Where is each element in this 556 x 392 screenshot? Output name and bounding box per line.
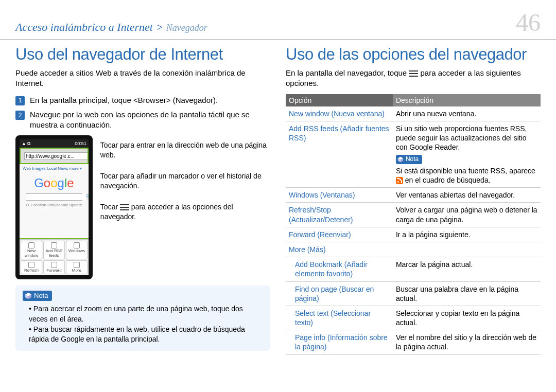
step-text-1: En la pantalla principal, toque <Browser…	[30, 95, 218, 105]
callout-menu: Tocar para acceder a las opciones del na…	[100, 202, 270, 222]
table-row: Add RSS feeds (Añadir fuentes RSS) Si un…	[286, 121, 541, 188]
menu-new-window[interactable]: New window	[21, 241, 42, 259]
step-text-2: Navegue por la web con las opciones de l…	[30, 110, 270, 131]
table-row: Forward (Reenviar)Ir a la página siguien…	[286, 227, 541, 242]
menu-add-rss[interactable]: Add RSS feeds	[43, 241, 65, 259]
status-time: 00:51	[75, 141, 86, 146]
menu-icon	[409, 70, 418, 77]
note-box-left: Nota Para acercar el zoom en una parte d…	[15, 286, 270, 351]
steps-list: 1 En la pantalla principal, toque <Brows…	[15, 95, 270, 131]
menu-forward[interactable]: Forward	[43, 260, 65, 274]
table-row: Refresh/Stop (Actualizar/Detener)Volver …	[286, 203, 541, 227]
table-row: New window (Nueva ventana)Abrir una nuev…	[286, 106, 541, 121]
menu-more[interactable]: More	[66, 260, 88, 274]
google-tabs: Web Images Local News more ▾	[23, 166, 85, 171]
options-table: Opción Descripción New window (Nueva ven…	[286, 94, 541, 355]
table-row: Add Bookmark (Añadir elemento favorito)M…	[286, 257, 541, 281]
callout-url: Tocar para entrar en la dirección web de…	[100, 140, 270, 160]
step-2: 2 Navegue por la web con las opciones de…	[15, 110, 270, 131]
th-option: Opción	[286, 94, 393, 106]
browser-body: Web Images Local News more ▾ Google 🔍 ⊙ …	[20, 164, 89, 209]
note-badge: Nota	[23, 291, 52, 301]
search-box[interactable]: 🔍	[26, 193, 82, 201]
intro-left: Puede acceder a sitios Web a través de l…	[15, 68, 270, 89]
breadcrumb: Acceso inalámbrico a Internet > Navegado…	[15, 21, 207, 34]
note-badge-inline: Nota	[396, 155, 422, 164]
table-row: More (Más)	[286, 242, 541, 257]
step-num-2: 2	[15, 111, 25, 120]
left-column: Uso del navegador de Internet Puede acce…	[15, 45, 270, 355]
url-input[interactable]	[24, 152, 93, 160]
callouts: Tocar para entrar en la dirección web de…	[100, 135, 270, 279]
intro-right: En la pantalla del navegador, toque para…	[286, 68, 541, 89]
cube-icon	[25, 292, 32, 299]
note-item-1: Para acercar el zoom en una parte de una…	[29, 304, 263, 324]
table-row: Select text (Seleccionar texto)Seleccion…	[286, 306, 541, 330]
section-title-left: Uso del navegador de Internet	[15, 45, 270, 64]
section-title-right: Uso de las opciones del navegador	[286, 45, 541, 64]
note-item-2: Para buscar rápidamente en la web, utili…	[29, 325, 263, 345]
search-icon[interactable]: 🔍	[86, 194, 92, 200]
th-desc: Descripción	[393, 94, 541, 106]
status-bar: ▲ ⧉ 00:51	[20, 139, 89, 148]
cube-icon	[397, 156, 404, 163]
page-number: 46	[516, 10, 541, 35]
note-list: Para acercar el zoom en una parte de una…	[23, 304, 263, 344]
menu-windows[interactable]: Windows	[66, 241, 88, 259]
table-row: Page info (Información sobre la página)V…	[286, 330, 541, 354]
search-input[interactable]	[26, 194, 86, 200]
phone-options-menu: New window Add RSS feeds Windows Refresh…	[20, 239, 89, 275]
table-row: Find on page (Buscar en página)Buscar un…	[286, 281, 541, 306]
table-row: Windows (Ventanas)Ver ventanas abiertas …	[286, 188, 541, 203]
location-text: ⊙ Location unavailable update	[23, 203, 85, 207]
breadcrumb-main: Acceso inalámbrico a Internet	[15, 21, 153, 33]
inline-note-text: Si está disponible una fuente RSS, apare…	[396, 166, 537, 185]
status-icons: ▲ ⧉	[22, 141, 30, 147]
rss-icon	[396, 177, 403, 184]
screenshot-block: ▲ ⧉ 00:51 ◫ Web Images Local News more ▾…	[15, 135, 270, 279]
menu-refresh[interactable]: Refresh	[21, 260, 42, 274]
step-1: 1 En la pantalla principal, toque <Brows…	[15, 95, 270, 105]
google-logo: Google	[23, 176, 85, 190]
step-num-1: 1	[15, 96, 25, 105]
menu-icon	[120, 204, 129, 210]
note-label: Nota	[34, 291, 48, 300]
page-header: Acceso inalámbrico a Internet > Navegado…	[0, 0, 556, 40]
right-column: Uso de las opciones del navegador En la …	[286, 45, 541, 355]
breadcrumb-sep: >	[156, 21, 164, 33]
callout-bookmark: Tocar para añadir un marcador o ver el h…	[100, 171, 270, 191]
phone-frame: ▲ ⧉ 00:51 ◫ Web Images Local News more ▾…	[15, 135, 93, 279]
url-bar: ◫	[21, 149, 88, 163]
breadcrumb-sub: Navegador	[166, 23, 207, 33]
